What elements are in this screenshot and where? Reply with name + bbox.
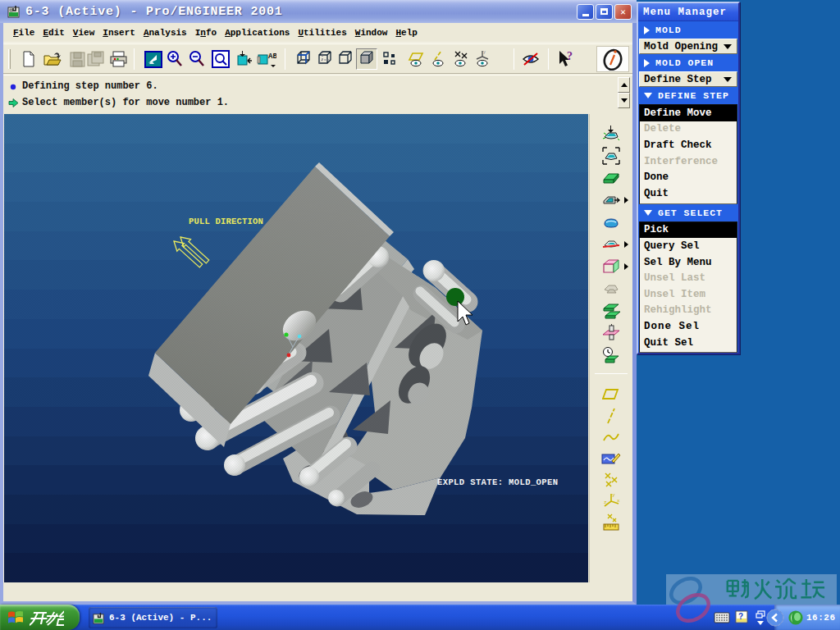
datum-axis-button[interactable] [601,406,621,426]
mm-item-draft-check[interactable]: Draft Check [640,137,737,153]
coordinate-systems-toggle-button[interactable]: y [472,48,493,70]
coordinate-system-button[interactable]: y x z [601,491,621,511]
keyboard-icon[interactable] [714,612,730,623]
menu-applications[interactable]: Applications [225,28,290,38]
menu-view[interactable]: View [73,28,94,38]
datum-point-offset-button[interactable] [601,513,621,532]
mm-dropdown-define-step[interactable]: Define Step [639,71,737,87]
menu-analysis[interactable]: Analysis [144,28,187,38]
mold-analysis-icon [602,346,620,364]
menu-info[interactable]: Info [195,28,217,38]
flyout-arrow-icon[interactable] [624,263,628,270]
taskbar-task-button[interactable]: 6-3 (Active) - P... [89,607,217,628]
language-bar-options-icon[interactable] [757,621,764,625]
menu-edit[interactable]: Edit [43,28,64,38]
repaint-button[interactable] [143,48,164,70]
spin-center-toggle-button[interactable] [520,48,541,70]
saved-views-button[interactable] [233,48,254,70]
mold-volume-slab-button[interactable] [601,168,621,188]
antivirus-tray-icon[interactable] [788,609,804,626]
menu-file[interactable]: File [13,28,34,38]
refit-button[interactable] [210,48,231,70]
shading-button-active[interactable] [356,48,377,70]
parting-surface-button[interactable] [601,235,621,254]
message-area[interactable]: Defining step number 6. Select member(s)… [3,75,632,111]
menu-utilities[interactable]: Utilities [298,28,346,38]
new-file-button[interactable] [18,48,39,70]
viewport-3d-scene[interactable]: PULL DIRECTION EXPLD STATE: MOLD_OPEN [4,114,588,582]
menu-help[interactable]: Help [395,28,417,38]
selected-surface-highlight[interactable] [446,288,464,306]
sketch-tool-button[interactable] [601,449,621,468]
minimize-button[interactable] [577,4,594,20]
mm-item-interference[interactable]: Interference [640,153,737,170]
mm-item-delete[interactable]: Delete [640,121,737,138]
mm-item-unsel-last[interactable]: Unsel Last [640,270,737,286]
mm-item-unsel-item[interactable]: Unsel Item [640,286,737,303]
menu-insert[interactable]: Insert [103,28,135,38]
save-a-copy-button-disabled[interactable] [85,48,107,70]
scroll-down-icon [621,98,628,103]
datum-plane-button[interactable] [601,385,621,404]
mm-item-query-sel[interactable]: Query Sel [640,238,737,254]
shading-icon [358,50,376,68]
mold-reference-model-button[interactable] [601,124,621,144]
mold-volume-slab-icon [602,169,620,187]
clock[interactable]: 16:26 [806,613,836,623]
svg-text:y: y [483,50,486,55]
menu-window[interactable]: Window [355,28,388,38]
mm-item-define-move[interactable]: Define Move [640,105,737,121]
datum-planes-toggle-button[interactable] [405,48,427,70]
hide-icons-chevron-button[interactable] [765,608,785,628]
mold-base-button[interactable] [601,212,621,232]
message-scrollbar[interactable] [618,77,630,110]
no-hidden-button[interactable] [335,48,356,70]
mold-analysis-button[interactable] [601,345,621,365]
mm-item-quit-sel[interactable]: Quit Sel [640,335,737,351]
mold-split-button[interactable] [601,301,621,321]
language-bar-restore-icon[interactable] [756,610,765,619]
zoom-out-button[interactable] [186,48,208,70]
toolbar-separator [548,48,549,70]
mm-header-define-step[interactable]: DEFINE STEP [638,87,738,104]
mm-dropdown-mold-opening[interactable]: Mold Opening [639,39,737,54]
layers-button[interactable] [379,48,400,70]
mold-comp-extract-button-disabled[interactable] [601,279,621,299]
view-names-button[interactable]: AB [256,48,277,70]
zoom-in-button[interactable] [164,48,185,70]
mm-item-pick[interactable]: Pick [640,222,737,239]
mm-item-done[interactable]: Done [640,169,737,185]
hidden-line-button[interactable] [314,48,336,70]
start-button[interactable] [0,605,80,630]
scroll-up-button[interactable] [618,77,630,93]
mold-workpiece-button[interactable] [601,146,621,166]
datum-points-toggle-button[interactable] [450,48,471,70]
context-help-button[interactable]: ? [555,48,576,70]
mm-item-done-sel[interactable]: Done Sel [640,318,737,335]
mold-comp-button[interactable] [601,190,621,210]
flyout-arrow-icon[interactable] [624,241,628,248]
datum-point-button[interactable] [601,470,621,490]
maximize-button[interactable] [596,4,613,20]
mold-opening-button[interactable] [601,323,621,343]
scroll-down-button[interactable] [618,93,630,108]
mm-item-sel-by-menu[interactable]: Sel By Menu [640,254,737,271]
print-button[interactable] [107,48,129,70]
mm-header-get-select[interactable]: GET SELECT [638,204,738,221]
flyout-arrow-icon[interactable] [624,197,628,203]
mold-volume-box-button[interactable] [601,257,621,276]
help-tray-icon[interactable]: ? [735,610,749,624]
datum-axes-toggle-button[interactable] [427,48,449,70]
toolbar-grip[interactable] [8,49,11,69]
open-file-button[interactable] [42,48,63,70]
wireframe-button[interactable] [293,48,314,70]
datum-curve-button[interactable] [601,427,621,447]
close-button[interactable]: ✕ [614,4,632,20]
mm-header-mold-open[interactable]: MOLD OPEN [638,54,738,71]
menu-manager-titlebar[interactable]: Menu Manager [638,3,738,21]
title-bar[interactable]: 6-3 (Active) - Pro/ENGINEER 2001 ✕ [0,0,637,23]
mm-item-rehighlight[interactable]: Rehighlight [640,303,737,319]
start-button-label [30,609,64,627]
mm-item-quit[interactable]: Quit [640,185,737,202]
mm-header-mold[interactable]: MOLD [638,21,738,39]
